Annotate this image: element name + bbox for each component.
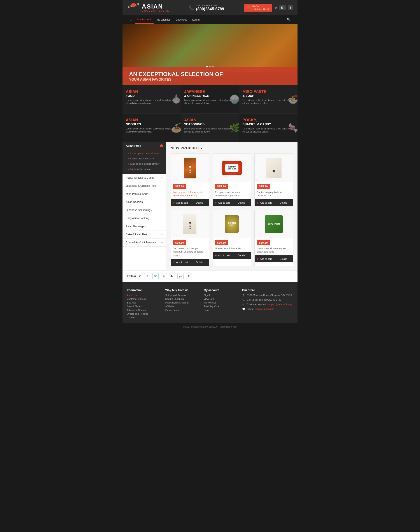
logo-text: ASIAN GROCERY STORE: [142, 3, 169, 12]
cat-food-main: ASIAN: [126, 89, 177, 94]
products-grid: 平うどん $25.89 Lorem ipsum dolor sit amet c…: [171, 153, 293, 266]
sidebar-item-chopsticks[interactable]: Chopsticks & Kitchenware +: [122, 238, 166, 247]
sidebar-item-noodles[interactable]: Asian Noodles +: [122, 198, 166, 206]
add-to-cart-btn-4[interactable]: + Add to cart: [171, 259, 190, 266]
sidebar-item-pocky[interactable]: Pocky, Snacks, & Candy +: [122, 174, 166, 182]
add-to-cart-btn-5[interactable]: + Add to cart: [213, 252, 232, 259]
sidebar-item-seasonings[interactable]: Japanese Seasonings +: [122, 206, 166, 214]
hero-subtitle: YOUR ASIAN FAVORITES: [129, 78, 291, 82]
twitter-icon[interactable]: 🐦: [152, 273, 159, 279]
sidebar-subitem-3[interactable]: Elit sed do eiusmod tempor: [122, 161, 166, 166]
product-img-tray: INSTANTNOODLES: [222, 161, 242, 175]
sidebar-item-miso[interactable]: Miso Paste & Soup +: [122, 190, 166, 198]
footer-why-title: Why buy from us: [165, 288, 199, 292]
facebook-icon[interactable]: f: [144, 273, 150, 279]
footer-help[interactable]: Help: [204, 309, 238, 311]
cat-pocky-sub: SNACKS, & CANDY: [242, 122, 294, 126]
nav-my-account[interactable]: My Account: [135, 16, 153, 24]
add-to-cart-btn-2[interactable]: + Add to cart: [213, 199, 232, 206]
sidebar-item-beverages-label: Asian Beverages: [126, 225, 146, 228]
product-img-udon: 平うどん: [184, 158, 196, 178]
pinterest-icon[interactable]: P: [186, 273, 192, 279]
cat-noodles[interactable]: 🍝 ASIAN NOODLES Lorem ipsum dolor sit am…: [122, 114, 181, 142]
cat-seasonings[interactable]: 🌿 ASIAN SEASONINGS Lorem ipsum dolor sit…: [181, 114, 239, 142]
plus-icon-6: +: [257, 257, 258, 261]
details-btn-4[interactable]: Details: [190, 259, 209, 266]
footer-signin[interactable]: Sign In: [204, 294, 238, 296]
googleplus-icon[interactable]: g+: [177, 273, 183, 279]
footer-skype-link[interactable]: sample-username: [255, 308, 274, 310]
footer-skype-label: Skype: sample-username: [247, 308, 274, 310]
footer-shipping[interactable]: Shipping & Returns: [165, 294, 199, 296]
footer-intl-shipping[interactable]: International Shipping: [165, 301, 199, 304]
cart-button[interactable]: 🛒 My Cart: 0 item(s) - $0.00: [244, 4, 272, 12]
sidebar-plus-icon-4: +: [161, 200, 163, 204]
add-to-cart-btn-1[interactable]: + Add to cart: [171, 199, 190, 206]
sidebar-subitem-4[interactable]: Incididunt ut labore: [122, 166, 166, 172]
footer-search-terms[interactable]: Search Terms: [127, 305, 161, 308]
product-desc-2: Excepteur sint occaecat cupidatat non pr…: [213, 190, 251, 199]
sidebar-item-pocky-label: Pocky, Snacks, & Candy: [126, 176, 154, 179]
sidebar-expand-icon[interactable]: [160, 144, 163, 147]
product-price-6: $25.89: [257, 240, 270, 245]
footer-view-cart[interactable]: View Cart: [204, 298, 238, 300]
nav-checkout[interactable]: Checkout: [173, 16, 189, 23]
nav-wishlist[interactable]: My Wishlist: [154, 16, 173, 23]
nav-login[interactable]: Log In: [190, 16, 202, 23]
footer-my-wishlist[interactable]: My Wishlist: [204, 301, 238, 304]
sidebar-item-cooking[interactable]: Easy Asian Cooking +: [122, 214, 166, 222]
location-icon: 📍: [242, 294, 245, 297]
footer-orders-returns[interactable]: Orders and Returns: [127, 312, 161, 315]
product-desc-3: Sunt in culpa qui officia deserunt moll: [255, 190, 293, 199]
sidebar-subitem-2[interactable]: Conse cletur adipiscing: [122, 156, 166, 161]
cat-rice[interactable]: 🍚 JAPANESE & CHINESE RICE Lorem ipsum do…: [181, 85, 239, 114]
cat-pocky[interactable]: 🍬 POCKY, SNACKS, & CANDY Lorem ipsum dol…: [239, 114, 298, 142]
footer-contact[interactable]: Contact: [127, 316, 161, 319]
cat-food[interactable]: 🧄 ASIAN FOOD Lorem ipsum dolor sit amet …: [122, 85, 181, 114]
cat-miso[interactable]: 🍜 MISO PASTE & SOUP Lorem ipsum dolor si…: [239, 85, 298, 114]
footer-track-order[interactable]: Track My Order: [204, 305, 238, 308]
logo-main: ASIAN: [142, 3, 169, 10]
details-btn-2[interactable]: Details: [232, 199, 251, 206]
footer-affiliates[interactable]: Affiliates: [165, 305, 199, 308]
cart-icon: 🛒: [246, 6, 251, 10]
footer-phone: 📞 Call us toll free: (800)2345-6789: [242, 298, 293, 301]
footer-col-why: Why buy from us Shipping & Returns Secur…: [165, 288, 199, 320]
footer-about[interactable]: About Us: [127, 294, 161, 296]
search-nav-icon[interactable]: 🔍: [284, 15, 293, 24]
product-card-6: カツレツの素 $25.89 Ipsum dolor sit amet conse…: [255, 210, 293, 266]
home-nav-icon[interactable]: ⌂: [127, 15, 134, 24]
details-btn-5[interactable]: Details: [232, 252, 251, 259]
footer-phone-label: Call us toll free: (800)2345-6789: [247, 298, 281, 301]
sidebar-item-sake[interactable]: Sake & Asian Beer +: [122, 230, 166, 238]
sidebar-plus-icon-7: +: [161, 224, 163, 228]
sidebar-item-rice[interactable]: Japanese & Chinese Rice +: [122, 182, 166, 190]
product-price-4: $25.89: [173, 240, 186, 245]
add-to-cart-btn-6[interactable]: + Add to cart: [255, 255, 274, 262]
sidebar-item-rice-label: Japanese & Chinese Rice: [126, 184, 156, 187]
details-btn-1[interactable]: Details: [190, 199, 209, 206]
product-img-3: 海苔: [255, 154, 293, 182]
sidebar-item-beverages[interactable]: Asian Beverages +: [122, 222, 166, 230]
footer-sitemap[interactable]: Site Map: [127, 301, 161, 304]
footer-secure[interactable]: Secure Shopping: [165, 298, 199, 300]
footer-email-link[interactable]: support@demolink.org: [267, 303, 292, 306]
footer-info-title: Information: [127, 288, 161, 292]
youtube-icon[interactable]: ▶: [169, 273, 175, 279]
details-btn-3[interactable]: Details: [274, 199, 293, 206]
add-to-cart-btn-3[interactable]: + Add to cart: [255, 199, 274, 206]
cat-noodles-desc: Lorem ipsum dolor sit amet conse cletur …: [126, 127, 177, 133]
footer-advanced-search[interactable]: Advanced Search: [127, 309, 161, 311]
rss-icon[interactable]: 📡: [161, 273, 167, 279]
udon-label: 平うどん: [188, 164, 191, 172]
lang-button[interactable]: En: [279, 5, 286, 10]
currency-button[interactable]: $: [288, 5, 293, 10]
footer-customer[interactable]: Customer Service: [127, 298, 161, 300]
hero-banner: AN EXCEPTIONAL SELECTION OF YOUR ASIAN F…: [122, 24, 298, 85]
footer-group-sales[interactable]: Group Sales: [165, 309, 199, 311]
details-btn-6[interactable]: Details: [274, 255, 293, 262]
product-card-4: 平うどん $25.89 Sed do eiusmod tempor incidi…: [171, 210, 209, 266]
settings-icon[interactable]: ⚙: [274, 6, 277, 9]
plus-icon-4: +: [173, 260, 175, 264]
sidebar-subitem-1[interactable]: Lorem ipsum dolor sit amet: [122, 151, 166, 156]
